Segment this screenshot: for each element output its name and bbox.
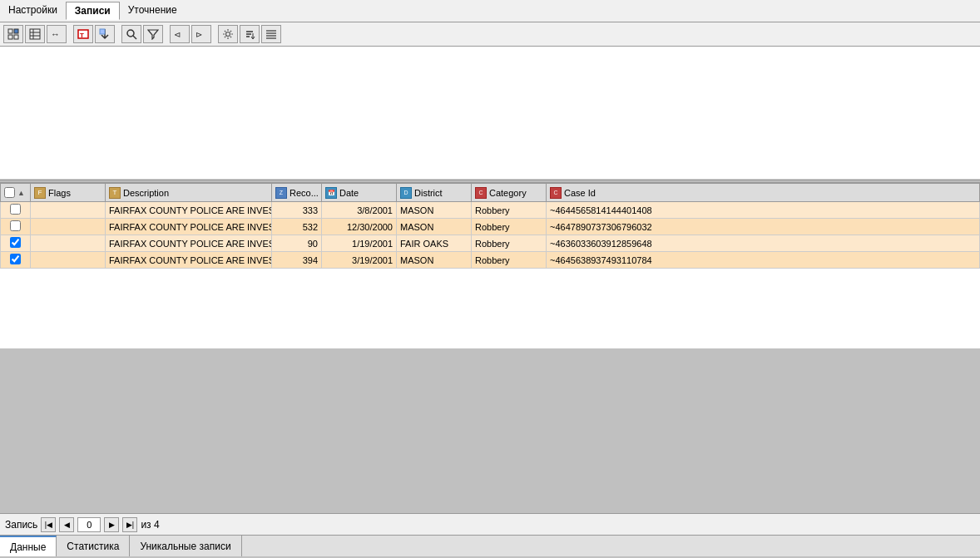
gray-area — [0, 348, 980, 514]
white-panel — [0, 47, 980, 180]
table-row: FAIRFAX COUNTY POLICE ARE INVESTIGA 532 … — [1, 219, 980, 235]
cell-category-2: Robbery — [472, 235, 547, 252]
col-header-select[interactable]: ▲ — [1, 184, 31, 202]
cell-category-1: Robbery — [472, 219, 547, 235]
table-row: FAIRFAX COUNTY POLICE ARE INVESTIGA 394 … — [1, 252, 980, 269]
menu-bar: Настройки Записи Уточнение — [0, 0, 980, 22]
row-checkbox-3[interactable] — [10, 254, 21, 264]
table-row: FAIRFAX COUNTY POLICE ARE INVESTIGA 90 1… — [1, 235, 980, 252]
main-content: ▲ F Flags T Description — [0, 47, 980, 513]
data-table: ▲ F Flags T Description — [0, 183, 980, 269]
svg-rect-1 — [14, 29, 18, 33]
date-col-icon: 📅 — [325, 187, 337, 199]
toolbar-view-table[interactable] — [25, 25, 45, 43]
cell-description-2: FAIRFAX COUNTY POLICE ARE INVESTIGA — [106, 235, 272, 252]
cell-district-0: MASON — [397, 202, 472, 219]
cell-flags-2 — [31, 235, 106, 252]
cell-record-0: 333 — [272, 202, 322, 219]
cell-district-3: MASON — [397, 252, 472, 269]
table-header-row: ▲ F Flags T Description — [1, 184, 980, 202]
col-header-date[interactable]: 📅 Date — [322, 184, 397, 202]
cell-date-3: 3/19/2001 — [322, 252, 397, 269]
cell-select-1[interactable] — [1, 219, 31, 235]
cell-date-1: 12/30/2000 — [322, 219, 397, 235]
toolbar-prev-group[interactable]: ⊲ — [170, 25, 190, 43]
cell-district-2: FAIR OAKS — [397, 235, 472, 252]
cell-record-1: 532 — [272, 219, 322, 235]
toolbar: ↔ T ⊲ ⊳ — [0, 22, 980, 47]
toolbar-text[interactable]: T — [73, 25, 93, 43]
menu-nastroyki[interactable]: Настройки — [0, 2, 66, 20]
toolbar-switch[interactable]: ↔ — [47, 25, 67, 43]
col-header-description[interactable]: T Description — [106, 184, 272, 202]
toolbar-next-group[interactable]: ⊳ — [191, 25, 211, 43]
cell-caseid-1: ~4647890737306796032 — [547, 219, 980, 235]
svg-rect-11 — [100, 29, 105, 34]
select-all-checkbox[interactable] — [4, 187, 15, 198]
toolbar-select-all[interactable] — [3, 25, 23, 43]
nav-next[interactable]: ▶ — [104, 517, 119, 532]
cell-description-3: FAIRFAX COUNTY POLICE ARE INVESTIGA — [106, 252, 272, 269]
cell-record-3: 394 — [272, 252, 322, 269]
tab-statistics[interactable]: Статистика — [57, 536, 130, 556]
cell-caseid-3: ~4645638937493110784 — [547, 252, 980, 269]
col-header-record[interactable]: Z Reco... — [272, 184, 322, 202]
svg-point-12 — [127, 30, 134, 37]
record-label: Запись — [5, 519, 37, 531]
bottom-tabs: Данные Статистика Уникальные записи — [0, 535, 980, 556]
data-table-container: ▲ F Flags T Description — [0, 183, 980, 348]
cell-category-0: Robbery — [472, 202, 547, 219]
status-bar: Запись |◀ ◀ ▶ ▶| из 4 — [0, 513, 980, 535]
caseid-col-icon: C — [550, 187, 562, 199]
total-label: из 4 — [141, 519, 159, 531]
menu-zapisi[interactable]: Записи — [66, 2, 120, 20]
svg-rect-3 — [14, 35, 18, 39]
nav-prev[interactable]: ◀ — [59, 517, 74, 532]
toolbar-sort-order[interactable] — [240, 25, 260, 43]
svg-line-13 — [133, 36, 136, 39]
cell-date-2: 1/19/2001 — [322, 235, 397, 252]
cell-flags-3 — [31, 252, 106, 269]
svg-text:⊲: ⊲ — [174, 30, 181, 39]
flags-col-icon: F — [34, 187, 46, 199]
cell-select-2[interactable] — [1, 235, 31, 252]
col-header-category[interactable]: C Category — [472, 184, 547, 202]
toolbar-list[interactable] — [261, 25, 281, 43]
district-col-icon: D — [400, 187, 412, 199]
row-checkbox-1[interactable] — [10, 220, 21, 231]
cell-category-3: Robbery — [472, 252, 547, 269]
tab-data[interactable]: Данные — [0, 536, 57, 556]
toolbar-find[interactable] — [121, 25, 141, 43]
cell-record-2: 90 — [272, 235, 322, 252]
cell-select-0[interactable] — [1, 202, 31, 219]
table-body: FAIRFAX COUNTY POLICE ARE INVESTIGA 333 … — [1, 202, 980, 269]
desc-col-icon: T — [109, 187, 121, 199]
toolbar-settings[interactable] — [218, 25, 238, 43]
nav-last[interactable]: ▶| — [122, 517, 137, 532]
svg-point-16 — [226, 32, 230, 37]
toolbar-filter[interactable] — [143, 25, 163, 43]
row-checkbox-2[interactable] — [10, 237, 21, 248]
tab-unique[interactable]: Уникальные записи — [130, 536, 241, 556]
menu-utochnenie[interactable]: Уточнение — [120, 2, 186, 20]
svg-text:↔: ↔ — [51, 29, 60, 39]
cell-caseid-2: ~4636033603912859648 — [547, 235, 980, 252]
svg-rect-2 — [8, 35, 12, 39]
cell-flags-1 — [31, 219, 106, 235]
cell-description-0: FAIRFAX COUNTY POLICE ARE INVESTIGA — [106, 202, 272, 219]
row-checkbox-0[interactable] — [10, 204, 21, 215]
current-record-input[interactable] — [77, 517, 101, 532]
col-header-district[interactable]: D District — [397, 184, 472, 202]
cell-date-0: 3/8/2001 — [322, 202, 397, 219]
cell-select-3[interactable] — [1, 252, 31, 269]
cell-caseid-0: ~4644565814144401408 — [547, 202, 980, 219]
col-header-caseid[interactable]: C Case Id — [547, 184, 980, 202]
svg-rect-0 — [8, 29, 12, 33]
svg-text:⊳: ⊳ — [196, 30, 202, 39]
table-row: FAIRFAX COUNTY POLICE ARE INVESTIGA 333 … — [1, 202, 980, 219]
record-col-icon: Z — [275, 187, 287, 199]
category-col-icon: C — [475, 187, 487, 199]
toolbar-sort-export[interactable] — [95, 25, 115, 43]
nav-first[interactable]: |◀ — [41, 517, 56, 532]
col-header-flags[interactable]: F Flags — [31, 184, 106, 202]
